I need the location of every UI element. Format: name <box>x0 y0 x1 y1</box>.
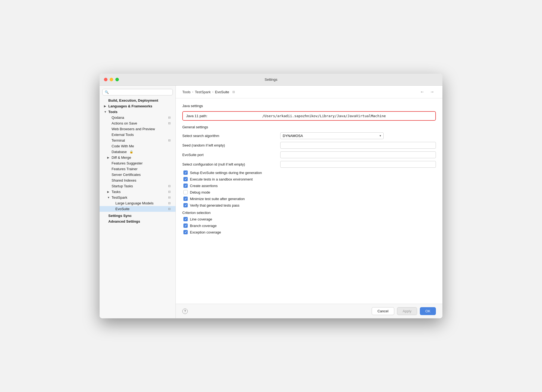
checkbox-verify-tests[interactable]: ✓ Verify that generated tests pass <box>182 203 436 207</box>
apply-button[interactable]: Apply <box>397 307 417 315</box>
sidebar-item-tools[interactable]: ▼ Tools <box>100 109 175 115</box>
checkbox-setup-evosuite[interactable]: ✓ Setup EvoSuite settings during the gen… <box>182 170 436 175</box>
checkbox-line-coverage-box[interactable]: ✓ <box>183 217 188 221</box>
sidebar-item-database[interactable]: Database 🔒 <box>100 149 175 155</box>
sidebar-item-large-language-models[interactable]: Large Language Models ⊟ <box>100 200 175 206</box>
sidebar-item-shared-indexes[interactable]: Shared Indexes <box>100 178 175 183</box>
settings-panel: Tools › TestSpark › EvoSuite ⊟ ← → Java … <box>176 86 442 318</box>
chevron-down-icon: ▾ <box>380 134 381 138</box>
check-icon: ✓ <box>184 171 187 174</box>
checkbox-execute-tests-label: Execute tests in a sandbox environment <box>190 177 253 181</box>
checkbox-debug-mode-box[interactable] <box>183 190 188 194</box>
search-algorithm-select[interactable]: DYNAMOSA ▾ <box>280 132 384 139</box>
checkbox-setup-evosuite-box[interactable]: ✓ <box>183 170 188 175</box>
footer-right: Cancel Apply OK <box>372 307 436 315</box>
checkbox-branch-coverage-box[interactable]: ✓ <box>183 223 188 228</box>
sidebar-item-settings-sync[interactable]: Settings Sync <box>100 213 175 219</box>
sidebar-item-testspark[interactable]: ▼ TestSpark ⊟ <box>100 195 175 200</box>
checkbox-minimize-test[interactable]: ✓ Minimize test suite after generation <box>182 197 436 201</box>
java-path-value[interactable]: /Users/arkadii.sapozhnikov/Library/Java/… <box>262 114 432 118</box>
evosuite-port-input[interactable] <box>280 151 436 158</box>
sidebar-item-label: Languages & Frameworks <box>108 104 152 108</box>
header-nav: ← → <box>418 89 436 95</box>
evosuite-port-label: EvoSuite port <box>182 153 280 157</box>
search-box[interactable]: 🔍 <box>102 89 173 95</box>
sidebar-item-server-certificates[interactable]: Server Certificates <box>100 172 175 178</box>
breadcrumb-evosuite: EvoSuite <box>215 90 229 94</box>
breadcrumb-testspark[interactable]: TestSpark <box>195 90 211 94</box>
seed-input[interactable] <box>280 142 436 149</box>
sidebar-item-label: Features Trainer <box>112 167 137 171</box>
checkbox-exception-coverage-label: Exception coverage <box>190 230 221 234</box>
sidebar-item-diff-merge[interactable]: ▶ Diff & Merge <box>100 155 175 160</box>
sidebar-item-features-trainer[interactable]: Features Trainer <box>100 166 175 172</box>
config-id-input[interactable] <box>280 161 436 168</box>
breadcrumb-sep-2: › <box>212 90 213 94</box>
sidebar-item-label: Large Language Models <box>115 201 153 205</box>
sidebar-item-actions-on-save[interactable]: Actions on Save ⊟ <box>100 120 175 126</box>
checkbox-branch-coverage[interactable]: ✓ Branch coverage <box>182 223 436 228</box>
checkbox-line-coverage-label: Line coverage <box>190 217 212 221</box>
checkbox-exception-coverage[interactable]: ✓ Exception coverage <box>182 230 436 234</box>
cancel-button[interactable]: Cancel <box>372 307 394 315</box>
nav-back-button[interactable]: ← <box>418 89 426 95</box>
titlebar: Settings <box>100 74 442 86</box>
check-icon: ✓ <box>184 231 187 234</box>
minimize-button[interactable] <box>110 78 113 81</box>
sidebar-item-code-with-me[interactable]: Code With Me <box>100 143 175 149</box>
sidebar-item-evosuite[interactable]: EvoSuite ⊟ <box>100 206 175 212</box>
sync-icon: ⊟ <box>167 116 171 119</box>
close-button[interactable] <box>104 78 107 81</box>
sidebar-item-terminal[interactable]: Terminal ⊟ <box>100 138 175 143</box>
footer-left: ? <box>182 309 188 314</box>
check-icon: ✓ <box>184 218 187 221</box>
checkbox-minimize-test-label: Minimize test suite after generation <box>190 197 245 201</box>
sidebar: 🔍 Build, Execution, Deployment ▶ Languag… <box>100 86 176 318</box>
maximize-button[interactable] <box>115 78 119 81</box>
seed-label: Seed (random if left empty) <box>182 143 280 147</box>
checkbox-verify-tests-label: Verify that generated tests pass <box>190 203 239 207</box>
settings-footer: ? Cancel Apply OK <box>176 304 442 318</box>
checkbox-execute-tests[interactable]: ✓ Execute tests in a sandbox environment <box>182 177 436 181</box>
sidebar-item-startup-tasks[interactable]: Startup Tasks ⊟ <box>100 183 175 189</box>
main-content: 🔍 Build, Execution, Deployment ▶ Languag… <box>100 86 442 318</box>
sync-icon: ⊟ <box>167 196 171 199</box>
checkbox-minimize-test-box[interactable]: ✓ <box>183 197 188 201</box>
sidebar-item-build-execution[interactable]: Build, Execution, Deployment <box>100 98 175 103</box>
help-button[interactable]: ? <box>182 309 188 314</box>
breadcrumb: Tools › TestSpark › EvoSuite ⊟ <box>182 90 235 94</box>
checkbox-debug-mode[interactable]: Debug mode <box>182 190 436 194</box>
checkbox-line-coverage[interactable]: ✓ Line coverage <box>182 217 436 221</box>
sync-icon: ⊟ <box>167 139 171 142</box>
checkbox-create-assertions-box[interactable]: ✓ <box>183 183 188 188</box>
chevron-icon: ▶ <box>104 105 107 108</box>
checkbox-execute-tests-box[interactable]: ✓ <box>183 177 188 181</box>
checkbox-exception-coverage-box[interactable]: ✓ <box>183 230 188 234</box>
settings-header: Tools › TestSpark › EvoSuite ⊟ ← → <box>176 86 442 98</box>
sidebar-item-label: Settings Sync <box>108 214 132 218</box>
breadcrumb-tools[interactable]: Tools <box>182 90 190 94</box>
sidebar-item-label: Startup Tasks <box>112 184 133 188</box>
sidebar-item-label: Shared Indexes <box>112 178 136 182</box>
nav-forward-button[interactable]: → <box>428 89 436 95</box>
search-input[interactable] <box>110 90 170 94</box>
chevron-icon: ▼ <box>104 110 107 113</box>
checkbox-create-assertions-label: Create assertions <box>190 184 218 188</box>
sync-icon: ⊟ <box>167 184 171 188</box>
sidebar-item-label: Build, Execution, Deployment <box>108 98 158 102</box>
sidebar-item-web-browsers[interactable]: Web Browsers and Preview <box>100 126 175 132</box>
sidebar-item-label: Code With Me <box>112 144 134 148</box>
window-title: Settings <box>265 77 278 82</box>
general-settings-title: General settings <box>182 125 436 129</box>
sidebar-item-languages-frameworks[interactable]: ▶ Languages & Frameworks <box>100 103 175 109</box>
sidebar-item-tasks[interactable]: ▶ Tasks ⊟ <box>100 189 175 195</box>
checkbox-verify-tests-box[interactable]: ✓ <box>183 203 188 207</box>
sidebar-item-advanced-settings[interactable]: Advanced Settings <box>100 219 175 224</box>
sidebar-item-qodana[interactable]: Qodana ⊟ <box>100 115 175 120</box>
checkbox-create-assertions[interactable]: ✓ Create assertions <box>182 183 436 188</box>
evosuite-port-row: EvoSuite port <box>182 151 436 158</box>
sidebar-item-features-suggester[interactable]: Features Suggester <box>100 160 175 166</box>
sidebar-item-external-tools[interactable]: External Tools <box>100 132 175 138</box>
ok-button[interactable]: OK <box>420 307 436 315</box>
java-path-row: Java 11 path: /Users/arkadii.sapozhnikov… <box>182 111 436 121</box>
